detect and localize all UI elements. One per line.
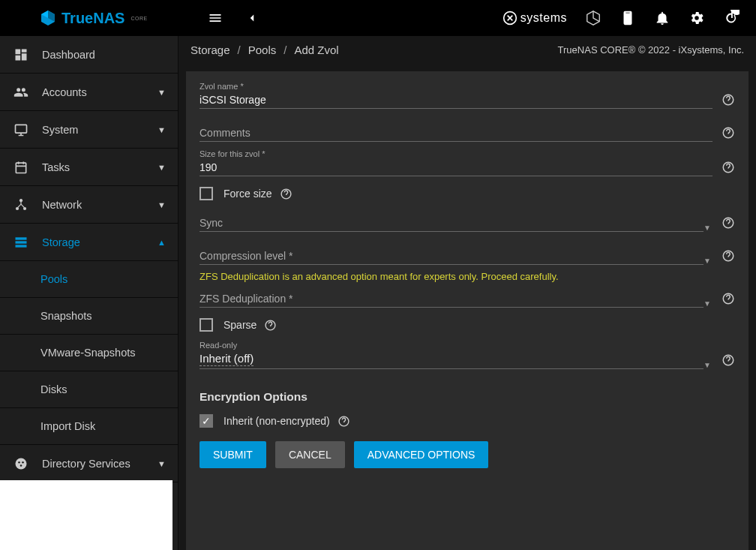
chevron-down-icon: ▼ (158, 200, 166, 209)
logo[interactable]: TrueNAS CORE (39, 9, 148, 27)
storage-icon (12, 235, 30, 250)
advanced-options-button[interactable]: ADVANCED OPTIONS (354, 441, 489, 468)
hamburger-icon[interactable] (208, 11, 223, 26)
submit-button[interactable]: SUBMIT (200, 441, 266, 468)
chevron-down-icon: ▼ (704, 361, 711, 369)
dedup-warning: ZFS Deduplication is an advanced option … (200, 271, 735, 282)
chevron-down-icon: ▼ (158, 459, 166, 468)
sidebar-subitem-import[interactable]: Import Disk (0, 408, 178, 445)
inherit-encryption-label: Inherit (non-encrypted) (224, 415, 330, 427)
crumb-pools[interactable]: Pools (248, 44, 277, 56)
chevron-down-icon: ▼ (704, 224, 711, 232)
force-size-checkbox[interactable] (200, 187, 213, 200)
logo-cube-icon (39, 9, 57, 27)
gear-icon[interactable] (688, 10, 705, 26)
sidebar-item-label: Dashboard (42, 49, 95, 61)
readonly-select[interactable]: Inherit (off) (200, 352, 254, 366)
help-icon[interactable] (722, 93, 735, 109)
clipboard-icon[interactable] (620, 10, 636, 26)
chevron-down-icon: ▼ (158, 125, 166, 134)
sidebar-item-label: Tasks (42, 161, 70, 173)
help-icon[interactable] (722, 292, 735, 308)
directory-icon (12, 456, 30, 471)
sync-select[interactable]: Sync (200, 214, 704, 232)
network-icon (12, 197, 30, 212)
chevron-down-icon: ▼ (704, 299, 711, 308)
sidebar-item-accounts[interactable]: Accounts ▼ (0, 74, 178, 111)
chevron-down-icon: ▼ (158, 163, 166, 172)
power-icon[interactable] (723, 10, 740, 26)
help-icon[interactable] (722, 126, 735, 142)
comments-input[interactable]: Comments (200, 124, 712, 142)
sidebar-item-label: Storage (42, 236, 80, 248)
bottom-overlay (0, 480, 172, 550)
encryption-section-title: Encryption Options (200, 390, 735, 404)
sidebar-subitem-vmware[interactable]: VMware-Snapshots (0, 335, 178, 371)
sidebar-item-label: System (42, 124, 78, 136)
inherit-encryption-checkbox[interactable]: ✓ (200, 414, 213, 428)
bell-icon[interactable] (654, 10, 670, 26)
size-label: Size for this zvol * (200, 149, 712, 158)
cancel-button[interactable]: CANCEL (275, 441, 345, 468)
dedup-select[interactable]: ZFS Deduplication * (200, 290, 704, 308)
svg-rect-6 (16, 237, 27, 239)
sparse-label: Sparse (224, 319, 256, 331)
topbar: TrueNAS CORE systems (0, 0, 756, 36)
truecommand-icon[interactable] (585, 10, 602, 26)
ix-icon (502, 11, 518, 26)
readonly-label: Read-only (200, 341, 704, 350)
sidebar-item-tasks[interactable]: Tasks ▼ (0, 149, 178, 186)
svg-point-12 (20, 464, 22, 467)
help-icon[interactable] (722, 353, 735, 369)
sparse-checkbox[interactable] (200, 318, 213, 332)
help-icon[interactable] (280, 188, 292, 200)
svg-rect-7 (16, 241, 27, 243)
svg-rect-2 (16, 163, 26, 173)
breadcrumb: Storage / Pools / Add Zvol TrueNAS CORE®… (178, 36, 756, 64)
sidebar: Dashboard Accounts ▼ System ▼ Tasks ▼ Ne… (0, 36, 178, 550)
force-size-label: Force size (224, 188, 272, 200)
sidebar-item-network[interactable]: Network ▼ (0, 186, 178, 224)
sidebar-item-dashboard[interactable]: Dashboard (0, 36, 178, 74)
chevron-up-icon: ▲ (158, 238, 166, 247)
help-icon[interactable] (722, 216, 735, 232)
system-icon (12, 122, 30, 137)
sidebar-item-label: Network (42, 199, 82, 211)
zvol-name-input[interactable] (200, 91, 712, 109)
compression-select[interactable]: Compression level * (200, 247, 704, 265)
logo-sub: CORE (130, 16, 147, 21)
sidebar-item-label: Accounts (42, 86, 87, 98)
crumb-add-zvol[interactable]: Add Zvol (294, 44, 338, 56)
size-input[interactable] (200, 158, 712, 176)
sidebar-item-system[interactable]: System ▼ (0, 111, 178, 149)
sidebar-subitem-pools[interactable]: Pools (0, 261, 178, 298)
sidebar-item-storage[interactable]: Storage ▲ (0, 224, 178, 261)
help-icon[interactable] (338, 415, 350, 428)
sidebar-item-directory[interactable]: Directory Services ▼ (0, 445, 178, 482)
form-area: Zvol name * Comments Size for this zvol … (186, 71, 748, 550)
logo-text: TrueNAS (62, 10, 124, 27)
sidebar-item-label: Directory Services (42, 458, 130, 470)
crumb-storage[interactable]: Storage (190, 44, 230, 56)
svg-rect-1 (16, 125, 27, 133)
zvol-name-label: Zvol name * (200, 82, 712, 91)
main: Storage / Pools / Add Zvol TrueNAS CORE®… (178, 36, 756, 550)
help-icon[interactable] (722, 161, 735, 176)
copyright: TrueNAS CORE® © 2022 - iXsystems, Inc. (558, 44, 744, 56)
tasks-icon (12, 160, 30, 175)
svg-point-11 (22, 461, 24, 464)
help-icon[interactable] (264, 319, 277, 332)
ixsystems-logo[interactable]: systems (502, 11, 567, 26)
accounts-icon (12, 85, 30, 100)
dashboard-icon (12, 47, 30, 62)
svg-rect-8 (16, 245, 27, 247)
svg-point-9 (16, 458, 27, 469)
chevron-down-icon: ▼ (704, 257, 711, 265)
back-icon[interactable] (245, 11, 259, 25)
svg-point-3 (20, 199, 22, 202)
chevron-down-icon: ▼ (158, 88, 166, 97)
sidebar-subitem-snapshots[interactable]: Snapshots (0, 298, 178, 335)
help-icon[interactable] (722, 249, 735, 265)
sidebar-subitem-disks[interactable]: Disks (0, 371, 178, 408)
svg-point-10 (18, 461, 20, 464)
